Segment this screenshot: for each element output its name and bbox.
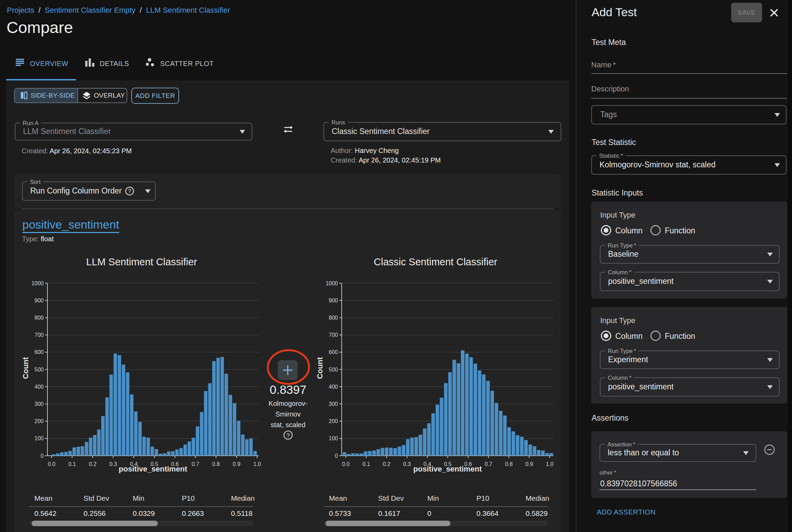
svg-text:Count: Count [21, 357, 30, 379]
svg-text:0.8: 0.8 [212, 461, 220, 467]
svg-text:1.0: 1.0 [546, 461, 553, 467]
svg-text:700: 700 [34, 332, 44, 338]
svg-text:Classic Sentiment Classifier: Classic Sentiment Classifier [374, 256, 497, 267]
svg-text:900: 900 [329, 298, 338, 303]
svg-text:positive_sentiment: positive_sentiment [413, 465, 482, 473]
svg-text:0.7: 0.7 [191, 461, 199, 467]
svg-text:400: 400 [329, 384, 338, 390]
svg-text:300: 300 [34, 401, 44, 407]
svg-text:Kolmogorov-: Kolmogorov- [268, 400, 307, 407]
svg-text:0.1: 0.1 [362, 461, 370, 467]
svg-text:500: 500 [34, 367, 44, 373]
svg-text:300: 300 [329, 401, 338, 407]
svg-text:?: ? [286, 432, 289, 439]
svg-text:200: 200 [329, 418, 338, 424]
svg-text:900: 900 [34, 298, 44, 303]
svg-text:LLM Sentiment Classifier: LLM Sentiment Classifier [86, 256, 197, 267]
svg-text:Count: Count [316, 357, 324, 379]
svg-text:0.1: 0.1 [68, 461, 76, 467]
svg-text:800: 800 [34, 315, 44, 321]
svg-text:0.9: 0.9 [233, 461, 240, 467]
svg-text:200: 200 [34, 418, 44, 424]
svg-text:0.8397: 0.8397 [270, 383, 306, 396]
svg-text:1000: 1000 [326, 280, 338, 286]
svg-text:400: 400 [34, 384, 44, 390]
svg-text:positive_sentiment: positive_sentiment [119, 465, 187, 473]
svg-text:600: 600 [34, 349, 44, 355]
svg-text:stat, scaled: stat, scaled [271, 421, 305, 429]
svg-text:100: 100 [329, 435, 338, 441]
svg-text:0.8: 0.8 [505, 461, 513, 467]
svg-text:0.0: 0.0 [48, 461, 55, 467]
svg-text:0.3: 0.3 [403, 461, 411, 467]
svg-text:800: 800 [329, 315, 338, 321]
svg-text:700: 700 [329, 332, 338, 338]
svg-text:0.3: 0.3 [109, 461, 117, 467]
svg-text:600: 600 [329, 349, 338, 355]
svg-text:1000: 1000 [31, 280, 44, 286]
svg-text:100: 100 [34, 435, 44, 441]
svg-text:0.2: 0.2 [89, 461, 96, 467]
svg-text:500: 500 [329, 367, 338, 373]
svg-text:0.0: 0.0 [342, 461, 350, 467]
svg-text:0.2: 0.2 [383, 461, 390, 467]
svg-text:Smirnov: Smirnov [275, 410, 300, 418]
svg-text:0.7: 0.7 [485, 461, 492, 467]
svg-text:0.9: 0.9 [526, 461, 533, 467]
svg-text:1.0: 1.0 [253, 461, 261, 467]
svg-text:0: 0 [335, 453, 338, 459]
svg-text:0: 0 [41, 453, 44, 459]
